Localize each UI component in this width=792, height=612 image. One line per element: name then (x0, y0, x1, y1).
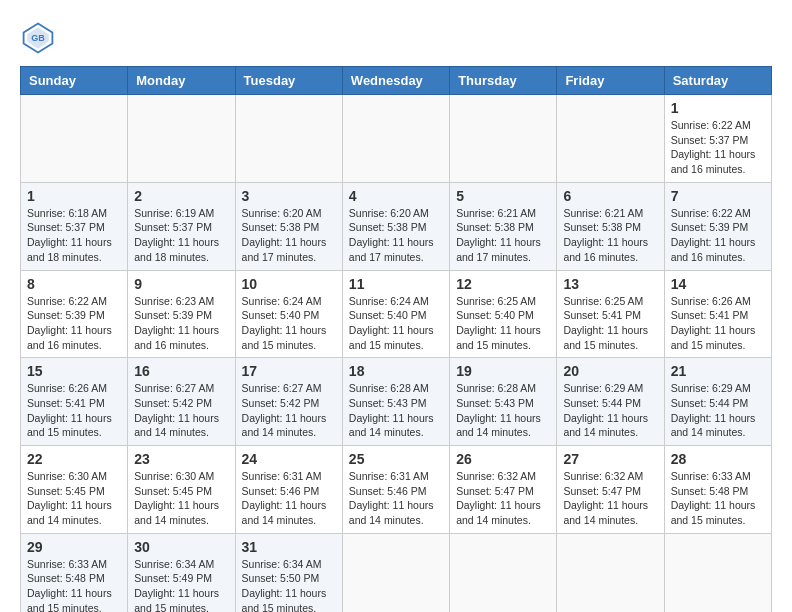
day-number: 30 (134, 539, 228, 555)
svg-text:GB: GB (31, 33, 45, 43)
day-info: Sunrise: 6:23 AMSunset: 5:39 PMDaylight:… (134, 294, 228, 353)
day-header-saturday: Saturday (664, 67, 771, 95)
day-number: 8 (27, 276, 121, 292)
calendar-cell: 15Sunrise: 6:26 AMSunset: 5:41 PMDayligh… (21, 358, 128, 446)
calendar-cell: 25Sunrise: 6:31 AMSunset: 5:46 PMDayligh… (342, 446, 449, 534)
calendar-cell: 6Sunrise: 6:21 AMSunset: 5:38 PMDaylight… (557, 182, 664, 270)
day-number: 1 (671, 100, 765, 116)
day-info: Sunrise: 6:25 AMSunset: 5:41 PMDaylight:… (563, 294, 657, 353)
calendar-cell: 10Sunrise: 6:24 AMSunset: 5:40 PMDayligh… (235, 270, 342, 358)
day-number: 3 (242, 188, 336, 204)
calendar-header-row: SundayMondayTuesdayWednesdayThursdayFrid… (21, 67, 772, 95)
calendar-cell: 20Sunrise: 6:29 AMSunset: 5:44 PMDayligh… (557, 358, 664, 446)
day-info: Sunrise: 6:34 AMSunset: 5:50 PMDaylight:… (242, 557, 336, 612)
day-number: 20 (563, 363, 657, 379)
day-info: Sunrise: 6:19 AMSunset: 5:37 PMDaylight:… (134, 206, 228, 265)
calendar-cell: 11Sunrise: 6:24 AMSunset: 5:40 PMDayligh… (342, 270, 449, 358)
calendar-cell: 3Sunrise: 6:20 AMSunset: 5:38 PMDaylight… (235, 182, 342, 270)
day-number: 26 (456, 451, 550, 467)
day-number: 10 (242, 276, 336, 292)
calendar-cell: 23Sunrise: 6:30 AMSunset: 5:45 PMDayligh… (128, 446, 235, 534)
day-info: Sunrise: 6:21 AMSunset: 5:38 PMDaylight:… (563, 206, 657, 265)
calendar-table: SundayMondayTuesdayWednesdayThursdayFrid… (20, 66, 772, 612)
day-number: 15 (27, 363, 121, 379)
day-info: Sunrise: 6:32 AMSunset: 5:47 PMDaylight:… (456, 469, 550, 528)
calendar-cell: 17Sunrise: 6:27 AMSunset: 5:42 PMDayligh… (235, 358, 342, 446)
calendar-cell: 1Sunrise: 6:22 AMSunset: 5:37 PMDaylight… (664, 95, 771, 183)
calendar-cell: 5Sunrise: 6:21 AMSunset: 5:38 PMDaylight… (450, 182, 557, 270)
calendar-cell (664, 533, 771, 612)
calendar-week-row: 1Sunrise: 6:18 AMSunset: 5:37 PMDaylight… (21, 182, 772, 270)
day-number: 11 (349, 276, 443, 292)
day-number: 24 (242, 451, 336, 467)
day-info: Sunrise: 6:21 AMSunset: 5:38 PMDaylight:… (456, 206, 550, 265)
day-info: Sunrise: 6:29 AMSunset: 5:44 PMDaylight:… (563, 381, 657, 440)
calendar-cell: 14Sunrise: 6:26 AMSunset: 5:41 PMDayligh… (664, 270, 771, 358)
calendar-cell: 12Sunrise: 6:25 AMSunset: 5:40 PMDayligh… (450, 270, 557, 358)
calendar-cell (450, 95, 557, 183)
day-number: 19 (456, 363, 550, 379)
day-info: Sunrise: 6:32 AMSunset: 5:47 PMDaylight:… (563, 469, 657, 528)
day-number: 25 (349, 451, 443, 467)
day-number: 7 (671, 188, 765, 204)
logo-icon: GB (20, 20, 56, 56)
day-number: 14 (671, 276, 765, 292)
day-info: Sunrise: 6:26 AMSunset: 5:41 PMDaylight:… (671, 294, 765, 353)
calendar-cell: 9Sunrise: 6:23 AMSunset: 5:39 PMDaylight… (128, 270, 235, 358)
calendar-cell: 28Sunrise: 6:33 AMSunset: 5:48 PMDayligh… (664, 446, 771, 534)
day-number: 2 (134, 188, 228, 204)
calendar-week-row: 22Sunrise: 6:30 AMSunset: 5:45 PMDayligh… (21, 446, 772, 534)
day-number: 12 (456, 276, 550, 292)
day-info: Sunrise: 6:30 AMSunset: 5:45 PMDaylight:… (134, 469, 228, 528)
day-number: 1 (27, 188, 121, 204)
day-info: Sunrise: 6:33 AMSunset: 5:48 PMDaylight:… (27, 557, 121, 612)
calendar-cell: 8Sunrise: 6:22 AMSunset: 5:39 PMDaylight… (21, 270, 128, 358)
calendar-week-row: 29Sunrise: 6:33 AMSunset: 5:48 PMDayligh… (21, 533, 772, 612)
day-info: Sunrise: 6:30 AMSunset: 5:45 PMDaylight:… (27, 469, 121, 528)
calendar-cell: 29Sunrise: 6:33 AMSunset: 5:48 PMDayligh… (21, 533, 128, 612)
calendar-cell (450, 533, 557, 612)
day-info: Sunrise: 6:27 AMSunset: 5:42 PMDaylight:… (134, 381, 228, 440)
calendar-cell: 21Sunrise: 6:29 AMSunset: 5:44 PMDayligh… (664, 358, 771, 446)
calendar-cell (235, 95, 342, 183)
day-info: Sunrise: 6:24 AMSunset: 5:40 PMDaylight:… (242, 294, 336, 353)
day-info: Sunrise: 6:18 AMSunset: 5:37 PMDaylight:… (27, 206, 121, 265)
calendar-cell (557, 95, 664, 183)
day-number: 22 (27, 451, 121, 467)
day-info: Sunrise: 6:22 AMSunset: 5:39 PMDaylight:… (27, 294, 121, 353)
day-info: Sunrise: 6:28 AMSunset: 5:43 PMDaylight:… (349, 381, 443, 440)
day-header-wednesday: Wednesday (342, 67, 449, 95)
day-header-tuesday: Tuesday (235, 67, 342, 95)
day-number: 17 (242, 363, 336, 379)
day-info: Sunrise: 6:33 AMSunset: 5:48 PMDaylight:… (671, 469, 765, 528)
day-info: Sunrise: 6:22 AMSunset: 5:37 PMDaylight:… (671, 118, 765, 177)
day-info: Sunrise: 6:31 AMSunset: 5:46 PMDaylight:… (242, 469, 336, 528)
day-number: 4 (349, 188, 443, 204)
calendar-cell: 16Sunrise: 6:27 AMSunset: 5:42 PMDayligh… (128, 358, 235, 446)
day-number: 23 (134, 451, 228, 467)
day-number: 29 (27, 539, 121, 555)
day-info: Sunrise: 6:34 AMSunset: 5:49 PMDaylight:… (134, 557, 228, 612)
logo: GB (20, 20, 62, 56)
day-number: 5 (456, 188, 550, 204)
day-number: 13 (563, 276, 657, 292)
calendar-cell: 31Sunrise: 6:34 AMSunset: 5:50 PMDayligh… (235, 533, 342, 612)
day-number: 28 (671, 451, 765, 467)
day-info: Sunrise: 6:24 AMSunset: 5:40 PMDaylight:… (349, 294, 443, 353)
day-info: Sunrise: 6:20 AMSunset: 5:38 PMDaylight:… (349, 206, 443, 265)
calendar-cell: 19Sunrise: 6:28 AMSunset: 5:43 PMDayligh… (450, 358, 557, 446)
day-info: Sunrise: 6:31 AMSunset: 5:46 PMDaylight:… (349, 469, 443, 528)
calendar-cell: 4Sunrise: 6:20 AMSunset: 5:38 PMDaylight… (342, 182, 449, 270)
calendar-cell: 7Sunrise: 6:22 AMSunset: 5:39 PMDaylight… (664, 182, 771, 270)
page-header: GB (20, 20, 772, 56)
day-number: 27 (563, 451, 657, 467)
day-info: Sunrise: 6:25 AMSunset: 5:40 PMDaylight:… (456, 294, 550, 353)
calendar-cell: 2Sunrise: 6:19 AMSunset: 5:37 PMDaylight… (128, 182, 235, 270)
day-header-friday: Friday (557, 67, 664, 95)
day-info: Sunrise: 6:20 AMSunset: 5:38 PMDaylight:… (242, 206, 336, 265)
calendar-cell (342, 533, 449, 612)
calendar-cell: 1Sunrise: 6:18 AMSunset: 5:37 PMDaylight… (21, 182, 128, 270)
calendar-week-row: 8Sunrise: 6:22 AMSunset: 5:39 PMDaylight… (21, 270, 772, 358)
calendar-cell: 22Sunrise: 6:30 AMSunset: 5:45 PMDayligh… (21, 446, 128, 534)
day-header-monday: Monday (128, 67, 235, 95)
